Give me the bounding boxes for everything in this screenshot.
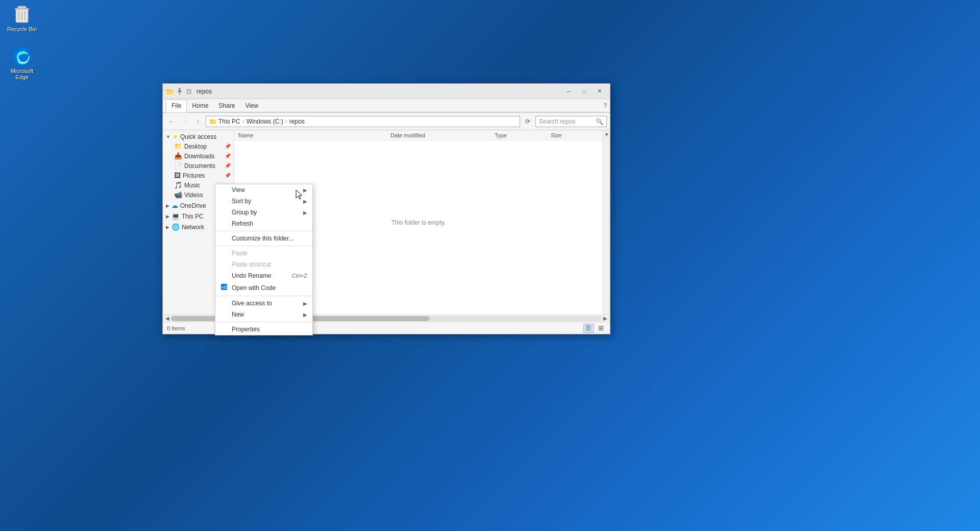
tab-share[interactable]: Share bbox=[213, 99, 240, 112]
ctx-open-code-label: Open with Code bbox=[232, 284, 276, 292]
ctx-item-paste-shortcut[interactable]: Paste shortcut bbox=[215, 259, 312, 270]
network-icon: 🌐 bbox=[172, 223, 180, 231]
folder-address-icon bbox=[209, 118, 216, 125]
ctx-item-new[interactable]: New ▶ bbox=[215, 309, 312, 320]
svg-rect-5 bbox=[15, 8, 29, 10]
forward-button[interactable]: → bbox=[179, 116, 190, 127]
ribbon: File Home Share View ? bbox=[163, 99, 610, 113]
ctx-group-label: Group by bbox=[232, 209, 257, 216]
explorer-window: ⊡ repos ─ □ ✕ File Home Share View ? ← →… bbox=[162, 83, 610, 334]
sidebar-header-quick-access[interactable]: ▼ ★ Quick access bbox=[163, 132, 234, 141]
help-button[interactable]: ? bbox=[603, 102, 607, 109]
recycle-bin-image bbox=[12, 4, 32, 25]
path-drive[interactable]: Windows (C:) bbox=[247, 118, 283, 125]
ctx-item-customize[interactable]: Customize this folder... bbox=[215, 233, 312, 244]
ctrl-z-shortcut: Ctrl+Z bbox=[292, 273, 307, 279]
ctx-refresh-label: Refresh bbox=[232, 220, 253, 227]
tab-view[interactable]: View bbox=[240, 99, 263, 112]
svg-text:⊡: ⊡ bbox=[186, 88, 191, 95]
sidebar-downloads-label: Downloads bbox=[184, 153, 214, 160]
onedrive-label: OneDrive bbox=[180, 202, 206, 209]
ctx-item-properties[interactable]: Properties bbox=[215, 324, 312, 335]
sidebar-item-pictures[interactable]: 🖼 Pictures 📌 bbox=[163, 171, 234, 180]
chevron-right-icon: ▶ bbox=[166, 214, 169, 219]
address-bar: ← → ↑ This PC › Windows (C:) › repos ⟳ S… bbox=[163, 113, 610, 130]
chevron-right-icon: ▶ bbox=[166, 203, 169, 208]
col-header-name[interactable]: Name bbox=[234, 131, 386, 139]
sidebar-item-downloads[interactable]: 📥 Downloads 📌 bbox=[163, 151, 234, 161]
scroll-right-button[interactable]: ▶ bbox=[602, 316, 609, 321]
quick-access-label: Quick access bbox=[180, 133, 216, 140]
path-this-pc[interactable]: This PC bbox=[218, 118, 240, 125]
sidebar-music-label: Music bbox=[184, 182, 200, 189]
vertical-scrollbar[interactable]: ▲ bbox=[603, 130, 610, 315]
address-path[interactable]: This PC › Windows (C:) › repos bbox=[206, 116, 520, 127]
recycle-bin-icon[interactable]: Recycle Bin bbox=[4, 4, 40, 32]
sidebar-item-documents[interactable]: 📄 Documents 📌 bbox=[163, 161, 234, 171]
close-button[interactable]: ✕ bbox=[592, 86, 607, 97]
col-header-date[interactable]: Date modified bbox=[386, 131, 491, 139]
ctx-give-access-label: Give access to bbox=[232, 300, 272, 307]
col-header-size[interactable]: Size bbox=[547, 131, 603, 139]
ctx-item-give-access[interactable]: Give access to ▶ bbox=[215, 298, 312, 309]
ctx-customize-label: Customize this folder... bbox=[232, 235, 293, 242]
large-icons-view-button[interactable]: ⊞ bbox=[596, 324, 606, 333]
pin-icon: 📌 bbox=[225, 163, 231, 168]
context-menu: View ▶ Sort by ▶ Group by ▶ Refresh Cust… bbox=[215, 184, 313, 335]
sidebar-item-desktop[interactable]: 📁 Desktop 📌 bbox=[163, 141, 234, 151]
folder-icon: 📹 bbox=[174, 191, 182, 199]
ctx-paste-shortcut-label: Paste shortcut bbox=[232, 261, 271, 268]
details-view-button[interactable]: ☰ bbox=[583, 324, 594, 333]
window-controls: ─ □ ✕ bbox=[561, 86, 607, 97]
tab-home[interactable]: Home bbox=[187, 99, 213, 112]
maximize-button[interactable]: □ bbox=[576, 86, 592, 97]
chevron-right-icon: ▶ bbox=[166, 225, 169, 230]
sidebar-documents-label: Documents bbox=[184, 162, 215, 170]
ctx-item-group-by[interactable]: Group by ▶ bbox=[215, 207, 312, 218]
search-placeholder: Search repos bbox=[539, 118, 575, 125]
arrow-title-icon: ⊡ bbox=[185, 87, 193, 95]
star-icon: ★ bbox=[173, 133, 178, 140]
up-button[interactable]: ↑ bbox=[192, 116, 204, 127]
view-controls: ☰ ⊞ bbox=[583, 324, 606, 333]
network-label: Network bbox=[182, 224, 204, 231]
ctx-separator-3 bbox=[215, 296, 312, 296]
submenu-arrow-icon: ▶ bbox=[303, 312, 307, 318]
back-button[interactable]: ← bbox=[166, 116, 177, 127]
col-header-type[interactable]: Type bbox=[491, 131, 547, 139]
ctx-separator-2 bbox=[215, 246, 312, 246]
submenu-arrow-icon: ▶ bbox=[303, 301, 307, 306]
svg-rect-10 bbox=[178, 91, 182, 92]
recycle-bin-label: Recycle Bin bbox=[7, 26, 37, 32]
ribbon-tabs: File Home Share View ? bbox=[163, 99, 610, 112]
submenu-arrow-icon: ▶ bbox=[303, 187, 307, 193]
ctx-item-refresh[interactable]: Refresh bbox=[215, 218, 312, 229]
ctx-item-sort-by[interactable]: Sort by ▶ bbox=[215, 196, 312, 207]
ctx-item-paste[interactable]: Paste bbox=[215, 248, 312, 259]
tab-file[interactable]: File bbox=[166, 100, 187, 112]
ctx-item-view[interactable]: View ▶ bbox=[215, 184, 312, 196]
ctx-undo-label: Undo Rename bbox=[232, 272, 271, 279]
file-header: Name Date modified Type Size bbox=[234, 130, 603, 141]
folder-icon: 🎵 bbox=[174, 181, 182, 189]
ctx-sort-label: Sort by bbox=[232, 198, 251, 205]
refresh-button[interactable]: ⟳ bbox=[522, 116, 533, 127]
ctx-item-undo-rename[interactable]: Undo Rename Ctrl+Z bbox=[215, 270, 312, 281]
search-box[interactable]: Search repos 🔍 bbox=[535, 116, 607, 127]
path-repos[interactable]: repos bbox=[289, 118, 305, 125]
scroll-up-button[interactable]: ▲ bbox=[603, 130, 610, 137]
folder-icon: 📥 bbox=[174, 152, 182, 160]
ctx-separator-1 bbox=[215, 231, 312, 231]
title-bar: ⊡ repos ─ □ ✕ bbox=[163, 84, 610, 99]
svg-text:</>: </> bbox=[222, 285, 228, 290]
edge-image bbox=[12, 46, 32, 66]
chevron-down-icon: ▼ bbox=[166, 134, 170, 139]
title-bar-icons: ⊡ bbox=[166, 87, 193, 95]
sidebar-pictures-label: Pictures bbox=[183, 172, 205, 179]
scroll-left-button[interactable]: ◀ bbox=[164, 316, 171, 321]
pin-icon: 📌 bbox=[225, 153, 231, 159]
edge-icon[interactable]: MicrosoftEdge bbox=[4, 46, 40, 80]
ctx-item-open-with-code[interactable]: </> Open with Code bbox=[215, 281, 312, 294]
submenu-arrow-icon: ▶ bbox=[303, 210, 307, 215]
minimize-button[interactable]: ─ bbox=[561, 86, 576, 97]
